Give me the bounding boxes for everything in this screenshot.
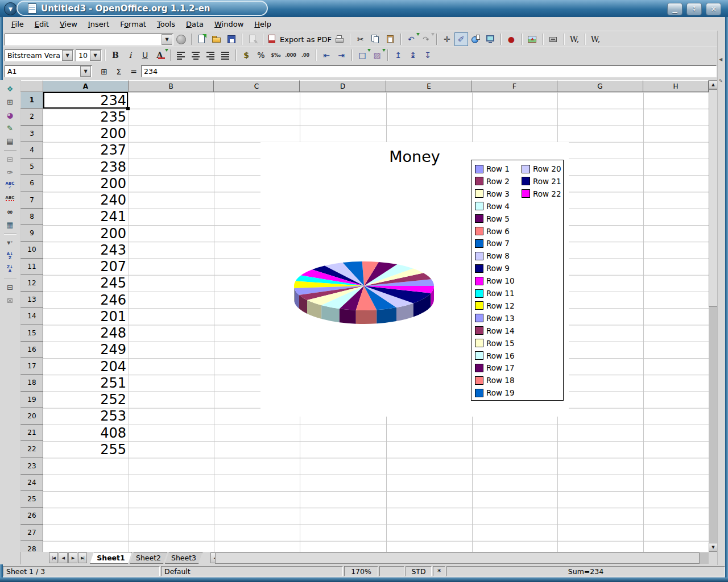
name-box-dropdown-icon[interactable]: ▼ — [80, 66, 91, 77]
menu-window[interactable]: Window — [209, 18, 249, 30]
status-insert-mode[interactable] — [379, 566, 404, 576]
row-header-6[interactable]: 6 — [20, 175, 43, 192]
cell-A5[interactable]: 238 — [43, 159, 129, 175]
function-wizard-icon[interactable]: ⊞ — [97, 65, 111, 78]
insert-cells-icon[interactable]: ⊞ — [2, 95, 18, 109]
cell-A10[interactable]: 243 — [43, 242, 129, 258]
italic-button[interactable]: i — [123, 48, 138, 62]
edit-file-icon[interactable] — [245, 32, 260, 46]
toolbar-expand-icon[interactable]: ◀ — [719, 57, 722, 62]
status-sum[interactable]: Sum=234 — [446, 566, 725, 576]
row-header-21[interactable]: 21 — [20, 425, 43, 441]
cell-A20[interactable]: 253 — [43, 408, 129, 425]
close-button[interactable]: ✕ — [706, 3, 721, 15]
font-size-combo[interactable]: 10▼ — [76, 49, 102, 61]
input-line[interactable]: 234 — [141, 65, 717, 77]
gallery-icon[interactable] — [483, 32, 498, 46]
status-selection-mode[interactable]: STD — [406, 566, 432, 576]
add-decimal-icon[interactable]: .000 — [283, 48, 298, 62]
row-header-1[interactable]: 1 — [20, 92, 43, 109]
redo-icon[interactable]: ↷ — [419, 32, 433, 46]
url-combo-dropdown-icon[interactable]: ▼ — [162, 34, 172, 45]
column-header-F[interactable]: F — [472, 80, 557, 92]
sheet-tab-sheet1[interactable]: Sheet1 — [90, 552, 132, 564]
cell-A17[interactable]: 204 — [43, 358, 129, 375]
row-header-12[interactable]: 12 — [20, 275, 43, 292]
row-header-27[interactable]: 27 — [20, 525, 43, 541]
cell-A9[interactable]: 200 — [43, 225, 129, 242]
new-document-icon[interactable] — [195, 32, 209, 46]
paste-icon[interactable] — [383, 32, 398, 46]
undo-icon[interactable]: ↶ — [404, 32, 419, 46]
status-zoom[interactable]: 170% — [344, 566, 378, 576]
row-header-16[interactable]: 16 — [20, 342, 43, 358]
align-bottom-icon[interactable]: ↧ — [420, 48, 435, 62]
menu-edit[interactable]: Edit — [30, 18, 55, 30]
menu-file[interactable]: File — [6, 18, 30, 30]
autofilter-icon[interactable]: ▼⁺ — [2, 236, 18, 250]
function-equals-icon[interactable]: = — [126, 65, 141, 78]
row-header-23[interactable]: 23 — [20, 458, 43, 475]
decrease-indent-icon[interactable]: ⇤ — [319, 48, 334, 62]
menu-tools[interactable]: Tools — [152, 18, 181, 30]
currency-format-icon[interactable]: $ — [239, 48, 254, 62]
previous-sheet-icon[interactable]: ◀ — [59, 552, 68, 563]
cell-A15[interactable]: 248 — [43, 325, 129, 342]
delete-decimal-icon[interactable]: .00 — [298, 48, 313, 62]
bold-button[interactable]: B — [108, 48, 123, 62]
row-header-22[interactable]: 22 — [20, 441, 43, 458]
sort-ascending-icon[interactable]: A↓Z — [2, 250, 18, 263]
horizontal-scrollbar-thumb[interactable] — [215, 552, 700, 564]
align-justify-icon[interactable] — [218, 48, 233, 62]
export-pdf-icon[interactable]: Export as PDF — [266, 32, 332, 46]
align-left-icon[interactable] — [173, 48, 188, 62]
vertical-scrollbar-thumb[interactable] — [709, 89, 718, 307]
cell-A1[interactable]: 234 — [43, 92, 129, 109]
sheet-tab-sheet3[interactable]: Sheet3 — [165, 552, 202, 564]
scroll-down-icon[interactable]: ▼ — [709, 543, 718, 552]
cell-A4[interactable]: 237 — [43, 142, 129, 159]
standard-format-icon[interactable]: $‰ — [268, 48, 283, 62]
increase-indent-icon[interactable]: ⇥ — [334, 48, 349, 62]
dropdown-arrow-icon[interactable] — [165, 49, 168, 52]
cell-A8[interactable]: 241 — [43, 209, 129, 225]
row-header-5[interactable]: 5 — [20, 159, 43, 175]
column-header-B[interactable]: B — [129, 80, 214, 92]
row-header-14[interactable]: 14 — [20, 308, 43, 325]
row-header-2[interactable]: 2 — [20, 109, 43, 125]
cell-A3[interactable]: 200 — [43, 126, 129, 142]
row-header-17[interactable]: 17 — [20, 358, 43, 375]
borders-icon[interactable]: □ — [355, 48, 370, 62]
menu-insert[interactable]: Insert — [83, 18, 115, 30]
row-header-13[interactable]: 13 — [20, 292, 43, 308]
cell-A21[interactable]: 408 — [43, 425, 129, 441]
navigator-icon[interactable]: ✛ — [440, 32, 454, 46]
align-center-vertically-icon[interactable]: ↨ — [406, 48, 420, 62]
chart-object[interactable]: Money Row 1Row 2Row 3Row 4Row 5Row 6Row … — [260, 142, 569, 417]
url-combo[interactable]: ▼ — [5, 34, 173, 45]
window-menu-button[interactable]: ▼ — [4, 2, 17, 15]
minimize-button[interactable]: ▁ — [667, 3, 682, 15]
first-sheet-icon[interactable]: |◀ — [49, 552, 58, 563]
copy-icon[interactable] — [368, 32, 383, 46]
row-header-25[interactable]: 25 — [20, 491, 43, 508]
insert-object-icon[interactable]: ❖ — [2, 82, 18, 95]
dropdown-arrow-icon[interactable] — [431, 33, 435, 36]
insert-sheet-icon[interactable]: ⊟ — [2, 153, 18, 166]
group-icon[interactable]: ⊟ — [2, 281, 18, 294]
align-center-icon[interactable] — [188, 48, 203, 62]
font-color-button[interactable]: A — [152, 48, 167, 62]
font-name-combo-dropdown-icon[interactable]: ▼ — [62, 50, 73, 61]
find-replace-icon[interactable]: ∞ — [2, 205, 18, 218]
cell-A13[interactable]: 246 — [43, 292, 129, 308]
spellcheck-icon[interactable]: ABC✓ — [2, 179, 18, 192]
print-icon[interactable] — [332, 32, 347, 46]
column-header-E[interactable]: E — [386, 80, 472, 92]
row-header-10[interactable]: 10 — [20, 242, 43, 258]
input-line-collapse-icon[interactable]: ✎ — [719, 78, 723, 84]
row-header-8[interactable]: 8 — [20, 209, 43, 225]
ungroup-icon[interactable]: ⊠ — [2, 294, 18, 307]
column-header-H[interactable]: H — [643, 80, 709, 92]
mail-icon[interactable] — [546, 32, 561, 46]
scroll-up-icon[interactable]: ▲ — [709, 80, 718, 89]
